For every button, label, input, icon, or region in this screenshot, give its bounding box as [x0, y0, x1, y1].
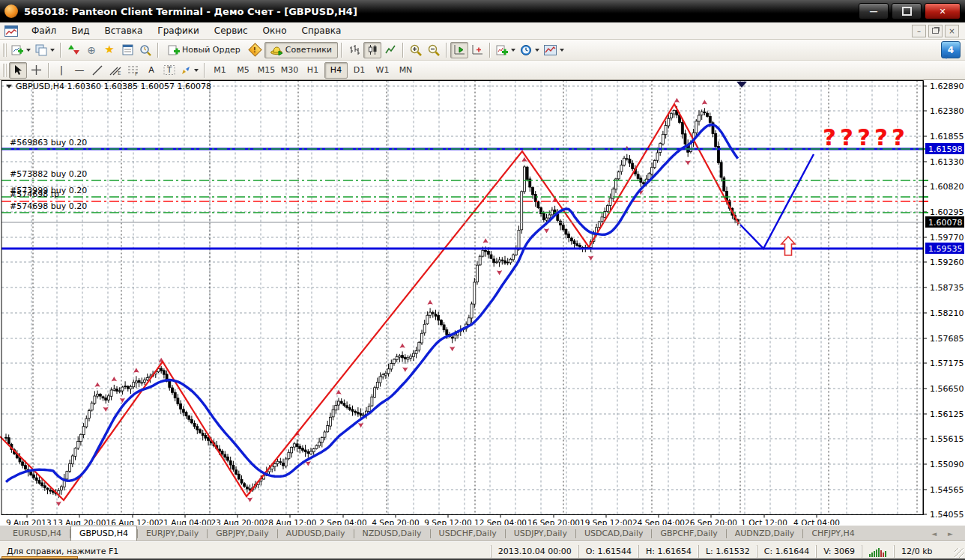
chart-tab-audusd[interactable]: AUDUSD,Daily — [278, 527, 354, 540]
trendline-button[interactable] — [88, 62, 106, 79]
mdi-restore-button[interactable] — [928, 25, 943, 37]
order-label[interactable]: #573882 buy 0.20 — [10, 169, 87, 179]
expert-advisors-button[interactable]: Советники — [264, 42, 338, 58]
svg-text:1.60820: 1.60820 — [930, 182, 964, 192]
timeframe-H1[interactable]: H1 — [301, 62, 324, 79]
templates-button[interactable] — [542, 42, 566, 58]
favorites-button[interactable]: ★ — [100, 42, 118, 58]
svg-text:19 Sep 12:00: 19 Sep 12:00 — [580, 518, 632, 526]
svg-text:1.60078: 1.60078 — [928, 218, 963, 228]
menu-item-графики[interactable]: Графики — [150, 23, 206, 38]
svg-text:4 Oct 04:00: 4 Oct 04:00 — [793, 518, 840, 526]
chart-header[interactable]: GBPUSD,H4 1.60360 1.60385 1.60057 1.6007… — [6, 82, 211, 91]
indicators-button[interactable] — [494, 42, 518, 58]
chevron-down-icon — [26, 49, 31, 52]
strategy-tester-button[interactable] — [136, 42, 154, 58]
menu-item-файл[interactable]: Файл — [24, 23, 64, 38]
alerts-button[interactable]: ! — [246, 42, 264, 58]
order-label[interactable]: #574698 tp — [10, 189, 59, 199]
text-label-tool-button[interactable]: T — [160, 62, 178, 79]
chart-tab-nzdusd[interactable]: NZDUSD,Daily — [354, 527, 430, 540]
market-watch-button[interactable] — [64, 42, 82, 58]
svg-text:1.58735: 1.58735 — [930, 283, 964, 293]
maximize-icon — [902, 7, 912, 16]
zoom-out-button[interactable] — [425, 42, 443, 58]
timeframe-M1[interactable]: M1 — [208, 62, 232, 79]
close-button[interactable]: ✕ — [925, 3, 961, 19]
profiles-button[interactable] — [33, 42, 57, 58]
svg-text:16 Sep 20:00: 16 Sep 20:00 — [527, 518, 580, 526]
order-label[interactable]: #569863 buy 0.20 — [10, 138, 87, 147]
chart-tab-gbpchf[interactable]: GBPCHF,Daily — [652, 527, 725, 540]
chart-tab-eurusd[interactable]: EURUSD,H4 — [4, 527, 70, 540]
timeframe-D1[interactable]: D1 — [348, 62, 371, 79]
menu-item-сервис[interactable]: Сервис — [207, 23, 255, 38]
timeframe-M15[interactable]: M15 — [255, 62, 278, 79]
zoom-in-button[interactable] — [407, 42, 425, 58]
arrows-tool-button[interactable] — [178, 62, 201, 79]
minimize-button[interactable]: — — [859, 3, 889, 19]
new-order-button[interactable]: Новый Ордер — [162, 42, 246, 58]
maximize-button[interactable] — [892, 3, 922, 19]
chart-tab-gbpusd[interactable]: GBPUSD,H4 — [70, 526, 137, 541]
svg-text:F: F — [135, 71, 138, 76]
toolbar-grip[interactable] — [3, 64, 7, 77]
chart-tab-usdchf[interactable]: USDCHF,Daily — [431, 527, 505, 540]
chart-shift-button[interactable] — [468, 42, 486, 58]
chart-tab-chfjpy[interactable]: CHFJPY,H4 — [803, 527, 862, 540]
navigator-button[interactable]: ⊕ — [82, 42, 100, 58]
vertical-line-icon: | — [60, 65, 63, 75]
chart-tab-usdcad[interactable]: USDCAD,Daily — [576, 527, 652, 540]
order-label[interactable]: #574698 buy 0.20 — [10, 201, 87, 211]
app-logo-icon — [4, 4, 18, 18]
auto-scroll-button[interactable] — [450, 42, 468, 58]
periods-button[interactable] — [518, 42, 542, 58]
svg-text:21 Aug 04:00: 21 Aug 04:00 — [159, 518, 212, 526]
timeframe-H4[interactable]: H4 — [324, 62, 348, 79]
menu-item-окно[interactable]: Окно — [255, 23, 294, 38]
equidistant-channel-button[interactable]: E — [106, 62, 124, 79]
menu-bar: ФайлВидВставкаГрафикиСервисОкноСправка –… — [0, 22, 965, 40]
timeframe-M30[interactable]: M30 — [278, 62, 301, 79]
vertical-line-button[interactable]: | — [52, 62, 70, 79]
timeframe-MN[interactable]: MN — [394, 62, 417, 79]
line-chart-button[interactable] — [381, 42, 399, 58]
price-chart[interactable]: 1.628901.623801.618551.613301.608201.602… — [0, 80, 965, 525]
chevron-down-icon — [6, 85, 12, 88]
new-chart-button[interactable] — [9, 42, 33, 58]
chart-tab-bar: EURUSD,H4GBPUSD,H4EURJPY,DailyGBPJPY,Dai… — [0, 525, 965, 541]
timeframe-M5[interactable]: M5 — [232, 62, 255, 79]
cursor-button[interactable] — [9, 62, 27, 79]
candlestick-chart-button[interactable] — [363, 42, 381, 58]
line-studies-toolbar: | — E F A T M1M5M15M30H1H4D1W1MN — [0, 61, 965, 80]
bar-chart-button[interactable] — [345, 42, 363, 58]
crosshair-button[interactable] — [27, 62, 45, 79]
community-notifications-badge[interactable]: 4 — [941, 41, 961, 58]
toolbar-grip[interactable] — [3, 43, 7, 57]
text-tool-button[interactable]: A — [142, 62, 160, 79]
chart-tab-audnzd[interactable]: AUDNZD,Daily — [727, 527, 803, 540]
chevron-down-icon — [194, 69, 199, 72]
mdi-close-button[interactable]: × — [945, 25, 959, 37]
menu-item-вид[interactable]: Вид — [64, 23, 97, 38]
svg-text:1.57175: 1.57175 — [930, 359, 964, 368]
menu-item-справка[interactable]: Справка — [294, 23, 349, 38]
status-close: C: 1.61644 — [757, 545, 816, 558]
menu-item-вставка[interactable]: Вставка — [97, 23, 150, 38]
fibonacci-button[interactable]: F — [124, 62, 142, 79]
horizontal-line-button[interactable]: — — [70, 62, 88, 79]
mdi-minimize-button[interactable]: – — [912, 25, 926, 37]
chart-tab-gbpjpy[interactable]: GBPJPY,Daily — [208, 527, 276, 540]
chevron-down-icon — [50, 49, 55, 52]
resize-grip[interactable] — [955, 548, 964, 558]
chart-tab-eurjpy[interactable]: EURJPY,Daily — [138, 527, 207, 540]
svg-text:1.56650: 1.56650 — [930, 384, 964, 394]
timeframe-W1[interactable]: W1 — [371, 62, 394, 79]
chart-tab-usdjpy[interactable]: USDJPY,Daily — [506, 527, 575, 540]
terminal-window: 565018: Panteon Client Terminal - Демо С… — [0, 0, 965, 560]
data-window-button[interactable] — [118, 42, 136, 58]
horizontal-line-icon: — — [75, 65, 85, 75]
tab-scroll-arrows[interactable]: ◄ ► — [931, 530, 958, 538]
svg-text:1 Oct 12:00: 1 Oct 12:00 — [741, 518, 787, 526]
svg-text:1.59260: 1.59260 — [930, 258, 964, 267]
